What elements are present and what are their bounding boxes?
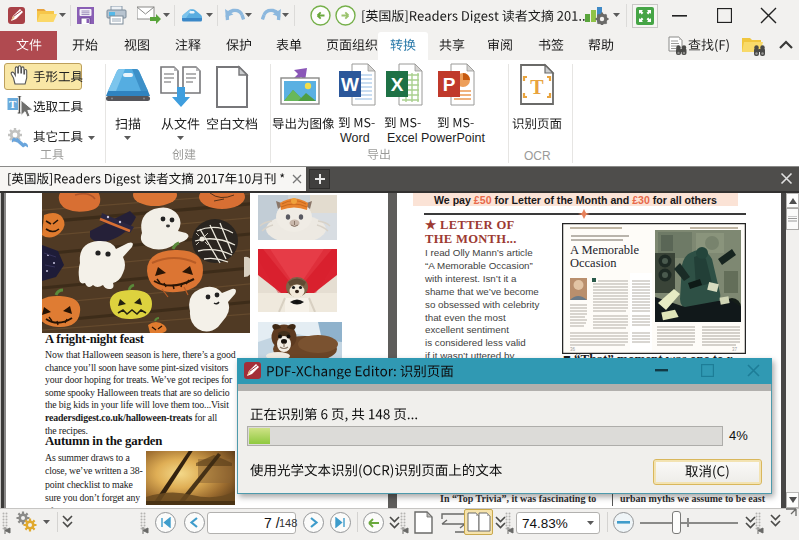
svg-text:T: T [530,76,544,98]
svg-text:P: P [443,74,456,95]
svg-text:X: X [391,74,404,95]
svg-text:W: W [341,74,359,95]
svg-text:Occasion: Occasion [570,256,617,270]
svg-text:A Memorable: A Memorable [570,243,640,257]
svg-text:T: T [9,98,17,110]
